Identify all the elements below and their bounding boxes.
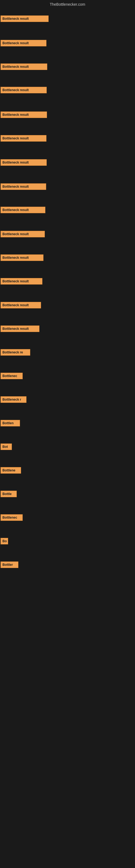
bottleneck-result-item: Bottleneck result (1, 278, 42, 284)
bottleneck-result-item: Bottle (1, 491, 17, 497)
bottleneck-result-item: Bottleneck result (1, 16, 49, 22)
bottleneck-result-item: Bottleneck result (1, 135, 46, 142)
bottleneck-result-item: Bottleneck r (1, 396, 27, 403)
bottleneck-result-item: Bottlenec (1, 373, 23, 379)
bottleneck-result-item: Bottlenec (1, 514, 23, 521)
bottleneck-result-item: Bottleneck result (1, 87, 47, 93)
bottleneck-result-item: Bottleneck result (1, 326, 39, 332)
bottleneck-result-item: Bot (1, 443, 12, 450)
bottleneck-result-item: Bottlene (1, 467, 21, 474)
bottleneck-result-item: Bottleneck result (1, 254, 43, 261)
bottleneck-result-item: Bottleneck result (1, 40, 46, 46)
bottleneck-result-item: Bottleneck result (1, 63, 47, 70)
bottleneck-result-item: Bottleneck result (1, 183, 46, 190)
bottleneck-result-item: Bottleneck result (1, 207, 45, 213)
bottleneck-result-item: Bottler (1, 561, 18, 568)
bottleneck-result-item: Bottleneck result (1, 112, 47, 118)
bottleneck-result-item: Bottlen (1, 420, 20, 426)
site-header: TheBottlenecker.com (0, 0, 135, 8)
bottleneck-result-item: Bottleneck result (1, 302, 41, 308)
bottleneck-result-item: Bottleneck re (1, 349, 30, 355)
bottleneck-result-item: Bottleneck result (1, 159, 47, 166)
bottleneck-result-item: Bottleneck result (1, 231, 45, 237)
bottleneck-result-item: Bo (1, 538, 8, 545)
